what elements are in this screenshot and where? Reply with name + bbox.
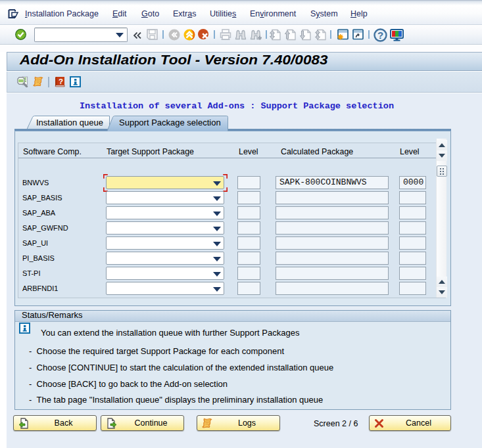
svg-text:?: ? <box>59 78 63 85</box>
svg-text:?: ? <box>377 30 383 41</box>
svg-text:Support Package selection: Support Package selection <box>119 118 221 127</box>
svg-text:Installation queue: Installation queue <box>36 118 103 127</box>
